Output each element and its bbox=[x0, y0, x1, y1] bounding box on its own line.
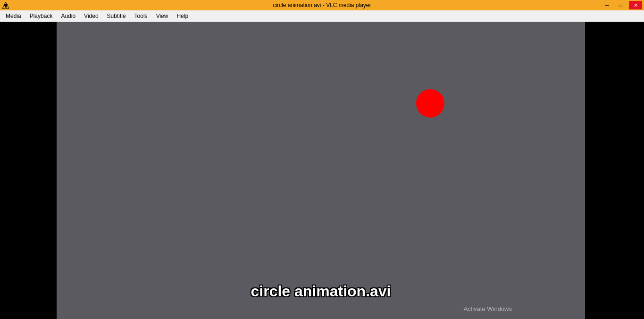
menu-subtitle[interactable]: Subtitle bbox=[103, 11, 130, 21]
menu-playback[interactable]: Playback bbox=[26, 11, 57, 21]
black-sidebar-left bbox=[0, 22, 57, 319]
menu-media[interactable]: Media bbox=[2, 11, 25, 21]
menu-audio[interactable]: Audio bbox=[57, 11, 79, 21]
svg-rect-1 bbox=[5, 6, 7, 8]
vlc-icon bbox=[2, 1, 9, 9]
title-bar: circle animation.avi - VLC media player … bbox=[0, 0, 644, 10]
title-bar-left bbox=[2, 1, 9, 9]
menu-video[interactable]: Video bbox=[80, 11, 102, 21]
video-area[interactable]: circle animation.avi Activate Windows bbox=[57, 22, 585, 319]
menu-view[interactable]: View bbox=[152, 11, 172, 21]
maximize-button[interactable]: □ bbox=[615, 1, 628, 9]
video-container: circle animation.avi Activate Windows bbox=[0, 22, 644, 319]
minimize-button[interactable]: ─ bbox=[601, 1, 614, 9]
menu-help[interactable]: Help bbox=[173, 11, 192, 21]
activate-windows-text: Activate Windows bbox=[463, 305, 512, 312]
close-button[interactable]: ✕ bbox=[629, 1, 642, 9]
title-bar-title: circle animation.avi - VLC media player bbox=[273, 2, 371, 8]
red-circle bbox=[416, 89, 444, 118]
subtitle-overlay: circle animation.avi bbox=[57, 283, 585, 300]
title-bar-controls: ─ □ ✕ bbox=[601, 1, 642, 9]
svg-rect-3 bbox=[4, 4, 8, 5]
black-sidebar-right bbox=[585, 22, 644, 319]
menu-bar: Media Playback Audio Video Subtitle Tool… bbox=[0, 10, 644, 22]
menu-tools[interactable]: Tools bbox=[131, 11, 151, 21]
svg-rect-2 bbox=[4, 5, 7, 6]
